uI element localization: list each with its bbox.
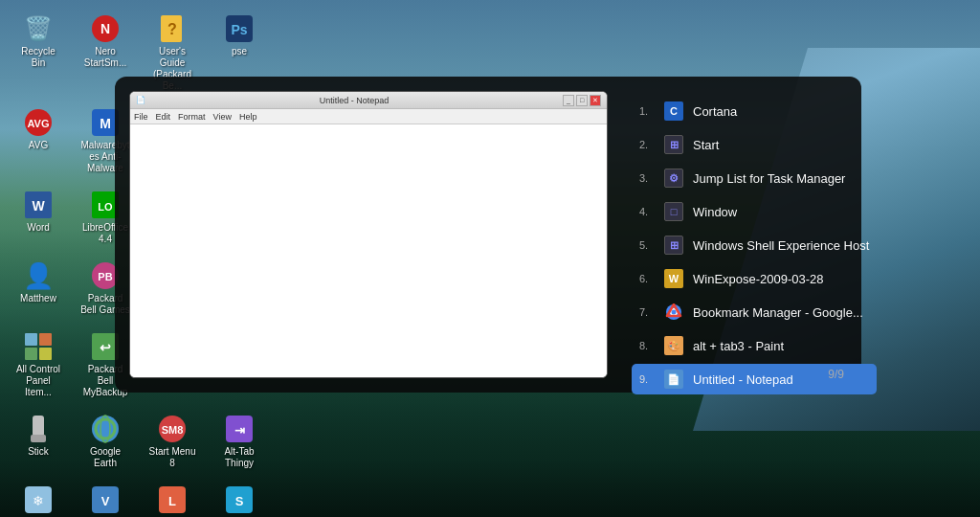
- desktop-icon-matthew[interactable]: 👤 Matthew: [10, 257, 67, 320]
- desktop-icon-snowy[interactable]: ❄ Snowy Desktop 3D: [10, 481, 67, 517]
- alttab-icon-notepad: 📄: [664, 370, 683, 389]
- svg-text:SM8: SM8: [162, 424, 184, 436]
- alttab-switcher-overlay: 📄 Untitled - Notepad _ □ ✕ File Edit For…: [115, 77, 861, 393]
- menu-view[interactable]: View: [213, 112, 232, 122]
- alttab-item-5[interactable]: 5. ⊞ Windows Shell Experience Host: [632, 230, 877, 260]
- desktop-icon-alttab-thingy[interactable]: ⇥ Alt-Tab Thingy: [211, 410, 268, 473]
- svg-text:W: W: [32, 198, 45, 214]
- alttab-icon-paint: 🎨: [664, 336, 683, 355]
- alttab-number-5: 5.: [639, 239, 655, 251]
- alttab-label-cortana: Cortana: [693, 104, 737, 119]
- desktop-icon-google-earth[interactable]: Google Earth: [77, 410, 134, 473]
- menu-file[interactable]: File: [134, 112, 148, 122]
- svg-rect-19: [39, 348, 52, 360]
- desktop-icon-avg[interactable]: AVG AVG: [10, 103, 67, 178]
- alttab-number-7: 7.: [639, 306, 655, 318]
- alttab-label-window: Window: [693, 205, 737, 219]
- svg-point-41: [672, 310, 677, 315]
- svg-text:L: L: [168, 494, 176, 508]
- svg-text:↩: ↩: [100, 340, 111, 355]
- svg-text:V: V: [101, 494, 110, 508]
- window-preview: 📄 Untitled - Notepad _ □ ✕ File Edit For…: [129, 91, 608, 378]
- alttab-item-4[interactable]: 4. □ Window: [632, 196, 877, 227]
- alttab-item-1[interactable]: 1. C Cortana: [632, 96, 877, 126]
- svg-rect-16: [25, 333, 37, 346]
- svg-rect-18: [25, 348, 37, 360]
- alttab-item-8[interactable]: 8. 🎨 alt + tab3 - Paint: [632, 330, 877, 361]
- desktop: 🗑️ Recycle Bin N Nero StartSm... ?: [0, 0, 980, 517]
- svg-text:M: M: [100, 116, 111, 131]
- alttab-item-6[interactable]: 6. W WinExpose-2009-03-28: [632, 263, 877, 294]
- svg-rect-23: [31, 435, 46, 442]
- alttab-number-6: 6.: [639, 273, 655, 284]
- alttab-icon-cortana: C: [664, 101, 683, 121]
- alttab-number-9: 9.: [639, 373, 655, 385]
- alttab-label-notepad: Untitled - Notepad: [693, 372, 793, 387]
- svg-text:N: N: [100, 21, 110, 36]
- desktop-icon-stick[interactable]: Stick: [10, 410, 67, 473]
- menu-help[interactable]: Help: [239, 112, 257, 122]
- svg-text:❄: ❄: [33, 493, 44, 508]
- desktop-icon-launchy[interactable]: L Launchy: [144, 481, 201, 517]
- svg-text:Ps: Ps: [231, 22, 247, 37]
- desktop-icon-recycle-bin[interactable]: 🗑️ Recycle Bin: [10, 10, 67, 96]
- alttab-label-jumptask: Jump List for Task Manager: [693, 171, 845, 186]
- svg-text:PB: PB: [98, 271, 112, 282]
- alttab-item-3[interactable]: 3. ⚙ Jump List for Task Manager: [632, 163, 877, 193]
- svg-text:S: S: [235, 494, 244, 508]
- alttab-icon-winexpose: W: [664, 269, 683, 288]
- alttab-number-1: 1.: [639, 105, 655, 117]
- alttab-label-paint: alt + tab3 - Paint: [693, 339, 784, 353]
- svg-text:⇥: ⇥: [234, 423, 245, 438]
- notepad-titlebar: 📄 Untitled - Notepad _ □ ✕: [130, 92, 607, 109]
- alttab-number-3: 3.: [639, 172, 655, 184]
- alttab-icon-shell: ⊞: [664, 236, 683, 255]
- alttab-label-start: Start: [693, 138, 719, 152]
- menu-edit[interactable]: Edit: [156, 112, 171, 122]
- alttab-label-shell: Windows Shell Experience Host: [693, 238, 869, 253]
- menu-format[interactable]: Format: [178, 112, 206, 122]
- svg-text:LO: LO: [98, 201, 113, 213]
- notepad-maximize-btn[interactable]: □: [576, 95, 588, 106]
- svg-rect-22: [33, 416, 44, 437]
- alttab-counter: 9/9: [828, 368, 844, 381]
- svg-text:AVG: AVG: [27, 118, 49, 129]
- notepad-title: Untitled - Notepad: [145, 96, 563, 105]
- desktop-icon-word[interactable]: W Word: [10, 186, 67, 249]
- alttab-label-chrome: Bookmark Manager - Google...: [693, 305, 863, 320]
- alttab-number-8: 8.: [639, 340, 655, 351]
- alttab-icon-jumptask: ⚙: [664, 169, 683, 188]
- alttab-list: 1. C Cortana 2. ⊞ Start 3. ⚙ Jump List f…: [622, 91, 881, 378]
- notepad-close-btn[interactable]: ✕: [590, 95, 601, 106]
- alttab-icon-window: □: [664, 202, 683, 221]
- notepad-content-area[interactable]: [130, 124, 607, 377]
- notepad-minimize-btn[interactable]: _: [563, 95, 574, 106]
- svg-text:?: ?: [167, 21, 177, 37]
- alttab-icon-start: ⊞: [664, 135, 683, 154]
- desktop-icon-vistaswitcher[interactable]: V VistaSwitcher: [77, 481, 134, 517]
- alttab-label-winexpose: WinExpose-2009-03-28: [693, 272, 824, 286]
- svg-rect-17: [39, 333, 52, 346]
- desktop-icon-sharex[interactable]: S ShareX: [211, 481, 268, 517]
- notepad-menubar: File Edit Format View Help: [130, 109, 607, 124]
- alttab-number-2: 2.: [639, 139, 655, 150]
- alttab-icon-chrome: [664, 303, 683, 322]
- alttab-item-2[interactable]: 2. ⊞ Start: [632, 129, 877, 160]
- alttab-number-4: 4.: [639, 206, 655, 217]
- alttab-item-7[interactable]: 7. Bookmark Manager - Google...: [632, 297, 877, 327]
- desktop-icon-startmenu8[interactable]: SM8 Start Menu 8: [144, 410, 201, 473]
- desktop-icon-controlpanel[interactable]: All Control Panel Item...: [10, 327, 67, 402]
